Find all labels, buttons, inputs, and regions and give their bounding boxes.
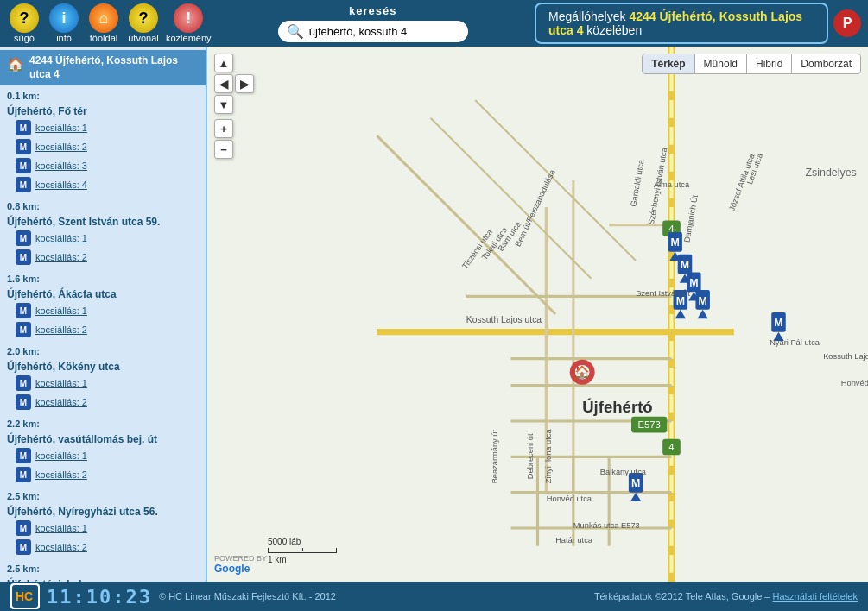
sugo-button[interactable]: ? súgó [7, 3, 41, 43]
scale-bottom: 1 km [268, 555, 337, 564]
map-credit-link[interactable]: Használati feltételek [773, 591, 858, 602]
stop-name-1[interactable]: Újfehértó, Szent István utca 59. [0, 214, 167, 230]
track-label[interactable]: kocsiállás: 1 [35, 523, 87, 533]
sidebar-sections: 0.1 km:Újfehértó, Fő térMkocsiállás: 1Mk… [0, 85, 206, 582]
map-ctrl-right[interactable]: ▶ [235, 74, 254, 93]
scale-bar: 5000 láb 1 km [268, 537, 337, 564]
svg-text:M: M [670, 236, 679, 249]
info-icon: i [49, 3, 79, 33]
map-type-buttons: TérképMűholdHibridDomborzat [642, 54, 861, 74]
track-item-4-0[interactable]: Mkocsiállás: 1 [0, 446, 206, 465]
track-item-1-0[interactable]: Mkocsiállás: 1 [0, 229, 206, 248]
stop-name-4[interactable]: Újfehértó, vasútállomás bej. út [0, 431, 164, 447]
fooldal-icon: ⌂ [89, 3, 118, 33]
dist-label-4: 2.2 km: [0, 415, 206, 431]
map-container: ▲ ◀ ▶ ▼ + − TérképMűholdHibridDomborzat [207, 47, 868, 582]
powered-by-label: POWERED BY Google [214, 554, 267, 575]
map-ctrl-left[interactable]: ◀ [214, 74, 233, 93]
stop-name-0[interactable]: Újfehértó, Fő tér [0, 104, 94, 119]
track-label[interactable]: kocsiállás: 2 [35, 542, 87, 552]
track-label[interactable]: kocsiállás: 3 [35, 161, 87, 171]
track-item-1-1[interactable]: Mkocsiállás: 2 [0, 248, 206, 267]
track-icon: M [16, 158, 31, 173]
track-item-0-1[interactable]: Mkocsiállás: 2 [0, 137, 206, 156]
map-ctrl-up[interactable]: ▲ [214, 54, 233, 72]
track-item-3-0[interactable]: Mkocsiállás: 1 [0, 374, 206, 393]
svg-text:Kossuth Lajos: Kossuth Lajos [823, 352, 868, 361]
track-item-0-2[interactable]: Mkocsiállás: 3 [0, 156, 206, 175]
track-icon: M [16, 249, 31, 265]
svg-text:Honvéd A: Honvéd A [841, 379, 868, 387]
dist-label-3: 2.0 km: [0, 343, 206, 358]
map-ctrl-down[interactable]: ▼ [214, 95, 233, 114]
track-label[interactable]: kocsiállás: 2 [35, 469, 87, 480]
svg-text:Nyári Pál utca: Nyári Pál utca [770, 338, 820, 347]
main-content: 🏠 4244 Újfehértó, Kossuth Lajos utca 4 0… [0, 47, 868, 582]
svg-text:Munkás utca E573: Munkás utca E573 [573, 521, 640, 530]
map-type-btn-hibrid[interactable]: Hibrid [747, 54, 792, 73]
stop-name-2[interactable]: Újfehértó, Ákácfa utca [0, 287, 124, 302]
search-lens-icon: 🔍 [287, 23, 304, 40]
search-bar: keresés 🔍 [217, 4, 529, 42]
clock: 11:10:23 [47, 586, 152, 608]
stop-name-5[interactable]: Újfehértó, Nyíregyházi utca 56. [0, 504, 165, 520]
stop-name-6[interactable]: Újfehértó, iskola [0, 576, 94, 582]
track-item-2-0[interactable]: Mkocsiállás: 1 [0, 301, 206, 320]
track-item-3-1[interactable]: Mkocsiállás: 2 [0, 393, 206, 412]
utvonal-button[interactable]: ? útvonal [126, 3, 161, 43]
dist-label-6: 2.5 km: [0, 560, 206, 576]
dist-section-6: 2.5 km:Újfehértó, iskolaMkocsiállás: 1 [0, 558, 206, 582]
track-item-5-0[interactable]: Mkocsiállás: 1 [0, 519, 206, 538]
svg-text:M: M [689, 277, 698, 289]
sidebar-header[interactable]: 🏠 4244 Újfehértó, Kossuth Lajos utca 4 [0, 50, 206, 85]
scale-top: 5000 láb [268, 537, 337, 546]
map-ctrl-zoom-in[interactable]: + [214, 119, 233, 138]
track-label[interactable]: kocsiállás: 2 [35, 142, 87, 152]
bottom-bar: HC 11:10:23 © HC Linear Műszaki Fejleszt… [0, 582, 868, 611]
dist-section-5: 2.5 km:Újfehértó, Nyíregyházi utca 56.Mk… [0, 486, 206, 558]
track-label[interactable]: kocsiállás: 4 [35, 180, 87, 190]
track-icon: M [16, 448, 31, 463]
track-label[interactable]: kocsiállás: 1 [35, 378, 87, 388]
search-input-wrap: 🔍 [278, 21, 468, 42]
svg-text:M: M [774, 317, 782, 329]
map-ctrl-zoom-out[interactable]: − [214, 140, 233, 159]
track-icon: M [16, 177, 31, 192]
track-item-5-1[interactable]: Mkocsiállás: 2 [0, 538, 206, 557]
track-label[interactable]: kocsiállás: 2 [35, 252, 87, 262]
track-item-0-0[interactable]: Mkocsiállás: 1 [0, 118, 206, 137]
map-type-btn-domborzat[interactable]: Domborzat [792, 54, 860, 73]
copyright: © HC Linear Műszaki Fejlesztő Kft. - 201… [159, 591, 336, 602]
top-navigation: ? súgó i infó ⌂ főoldal ? útvonal ! közl… [0, 0, 868, 47]
track-icon: M [16, 322, 31, 337]
track-item-0-3[interactable]: Mkocsiállás: 4 [0, 175, 206, 194]
track-label[interactable]: kocsiállás: 2 [35, 324, 87, 335]
track-label[interactable]: kocsiállás: 1 [35, 306, 87, 316]
fooldal-button[interactable]: ⌂ főoldal [86, 3, 121, 43]
search-title: keresés [349, 4, 396, 17]
sugo-icon: ? [10, 3, 39, 33]
kozlemeny-button[interactable]: ! közlemény [166, 3, 212, 43]
stop-name-3[interactable]: Újfehértó, Kökény utca [0, 359, 127, 375]
svg-text:4: 4 [668, 442, 674, 452]
dist-section-3: 2.0 km:Újfehértó, Kökény utcaMkocsiállás… [0, 341, 206, 413]
track-label[interactable]: kocsiállás: 1 [35, 123, 87, 133]
track-label[interactable]: kocsiállás: 2 [35, 397, 87, 407]
track-icon: M [16, 120, 31, 135]
dist-label-5: 2.5 km: [0, 488, 206, 503]
home-icon: 🏠 [7, 56, 24, 72]
svg-text:Alma utca: Alma utca [654, 180, 690, 189]
map-type-btn-térkép[interactable]: Térkép [643, 54, 694, 73]
svg-text:Beazármány út: Beazármány út [491, 429, 499, 483]
map-controls: ▲ ◀ ▶ ▼ + − [214, 54, 254, 159]
info-button[interactable]: i infó [47, 3, 81, 43]
search-input[interactable] [309, 25, 459, 38]
svg-text:M: M [681, 259, 689, 271]
utvonal-icon: ? [129, 3, 158, 33]
map-type-btn-műhold[interactable]: Műhold [695, 54, 747, 73]
track-item-2-1[interactable]: Mkocsiállás: 2 [0, 320, 206, 339]
track-label[interactable]: kocsiállás: 1 [35, 450, 87, 461]
track-label[interactable]: kocsiállás: 1 [35, 233, 87, 243]
track-item-4-1[interactable]: Mkocsiállás: 2 [0, 465, 206, 484]
p-button[interactable]: P [833, 9, 861, 37]
